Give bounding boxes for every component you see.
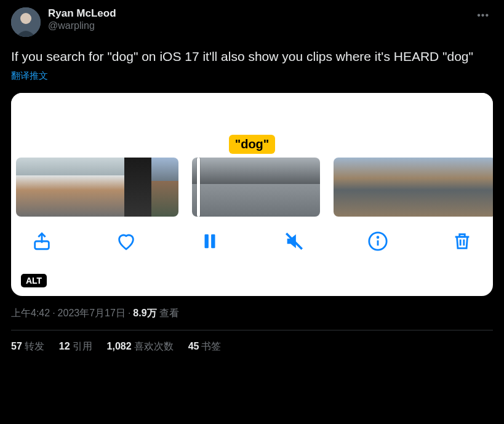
thumbnail [469, 158, 493, 217]
clip-group[interactable] [192, 158, 320, 217]
thumbnail [256, 158, 288, 217]
retweets-stat[interactable]: 57转发 [11, 340, 44, 353]
thumbnail [16, 158, 43, 217]
info-icon[interactable] [364, 228, 391, 255]
thumbnail [361, 158, 388, 217]
share-icon[interactable] [28, 228, 55, 255]
translate-link[interactable]: 翻译推文 [11, 70, 493, 82]
search-tag: "dog" [229, 135, 276, 154]
avatar[interactable] [11, 7, 41, 37]
views-count[interactable]: 8.9万 [133, 308, 156, 318]
thumbnail [288, 158, 320, 217]
user-handle[interactable]: @warpling [48, 20, 473, 32]
media-toolbar [11, 217, 493, 255]
clip-group[interactable] [334, 158, 493, 217]
svg-rect-3 [205, 234, 209, 249]
svg-point-8 [378, 237, 379, 238]
playhead[interactable] [197, 158, 200, 217]
thumbnail [124, 158, 151, 217]
thumbnail [151, 158, 178, 217]
tweet-header: Ryan McLeod @warpling ••• [11, 7, 493, 37]
tweet-text: If you search for "dog" on iOS 17 it'll … [11, 48, 493, 65]
thumbnail [224, 158, 256, 217]
thumbnail [43, 158, 70, 217]
svg-point-1 [20, 13, 31, 24]
thumbnail [442, 158, 469, 217]
svg-rect-4 [211, 234, 215, 249]
media-whitespace [11, 93, 493, 135]
thumbnail [388, 158, 415, 217]
mute-icon[interactable] [281, 228, 308, 255]
alt-badge[interactable]: ALT [21, 274, 47, 287]
video-timeline[interactable] [11, 158, 493, 217]
display-name[interactable]: Ryan McLeod [48, 7, 473, 20]
trash-icon[interactable] [449, 228, 476, 255]
bookmarks-stat[interactable]: 45书签 [188, 340, 222, 353]
thumbnail [334, 158, 361, 217]
tweet-stats: 57转发 12引用 1,082喜欢次数 45书签 [11, 330, 493, 353]
heart-icon[interactable] [113, 228, 140, 255]
pause-icon[interactable] [196, 228, 223, 255]
tweet-meta: 上午4:42·2023年7月17日·8.9万 查看 [11, 307, 493, 320]
likes-stat[interactable]: 1,082喜欢次数 [107, 340, 174, 353]
views-label: 查看 [159, 308, 179, 318]
thumbnail [70, 158, 97, 217]
search-tag-wrap: "dog" [11, 135, 493, 158]
thumbnail [97, 158, 124, 217]
more-icon[interactable]: ••• [473, 7, 493, 23]
tweet-container: Ryan McLeod @warpling ••• If you search … [0, 0, 504, 353]
media-card[interactable]: "dog" [11, 93, 493, 296]
clip-group[interactable] [16, 158, 178, 217]
quotes-stat[interactable]: 12引用 [59, 340, 92, 353]
user-block: Ryan McLeod @warpling [48, 7, 473, 32]
tweet-date[interactable]: 2023年7月17日 [58, 308, 126, 318]
tweet-time[interactable]: 上午4:42 [11, 308, 50, 318]
thumbnail [415, 158, 442, 217]
